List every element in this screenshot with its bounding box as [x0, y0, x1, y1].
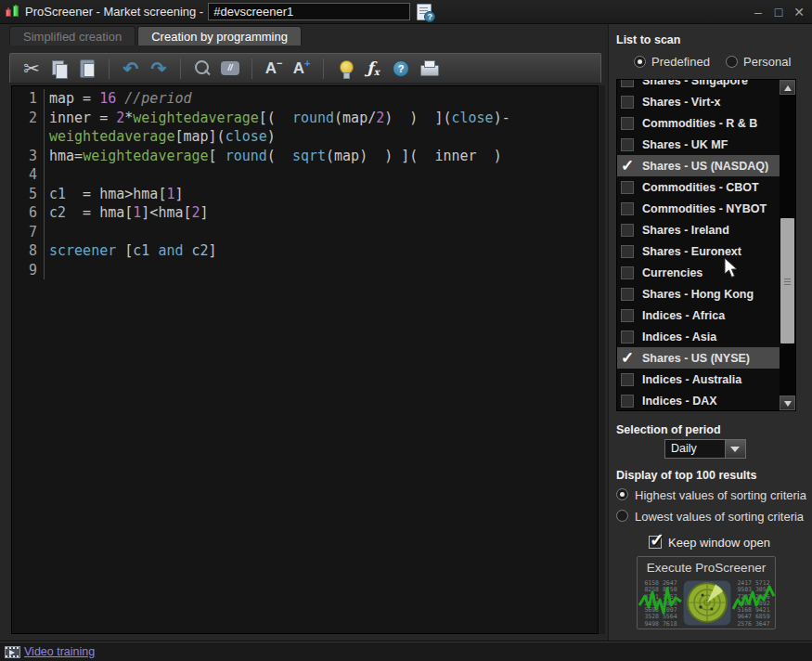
code-line: 4 — [12, 165, 598, 185]
paste-icon[interactable] — [75, 57, 99, 81]
code-line: 1map = 16 //period — [12, 89, 598, 109]
radar-icon — [682, 579, 732, 627]
checkbox-icon — [621, 181, 634, 194]
check-icon — [621, 352, 634, 365]
list-item[interactable]: Currencies — [617, 262, 780, 283]
checkbox-icon — [621, 395, 634, 408]
list-item[interactable]: Commodities - CBOT — [617, 176, 780, 198]
list-item[interactable]: Commodities - R & B — [617, 112, 780, 134]
undo-icon[interactable]: ↶ — [119, 57, 143, 81]
check-icon — [621, 160, 634, 173]
list-scrollbar[interactable] — [780, 80, 795, 410]
code-line: 9 — [12, 261, 598, 280]
tab-simplified-creation[interactable]: Simplified creation — [9, 26, 135, 45]
checkbox-icon — [621, 266, 634, 279]
help-icon[interactable]: ? — [389, 57, 413, 81]
checkbox-icon — [621, 373, 634, 386]
keep-window-open-label: Keep window open — [668, 536, 770, 550]
list-item[interactable]: Commodities - NYBOT — [617, 198, 780, 219]
execute-button-label: Execute ProScreener — [638, 561, 775, 575]
checkbox-icon — [621, 330, 634, 343]
list-item[interactable]: Indices - Africa — [617, 305, 780, 326]
scroll-up-button[interactable] — [780, 80, 795, 95]
hint-icon[interactable] — [333, 57, 357, 81]
checkbox-icon — [621, 138, 634, 151]
screener-settings-panel: List to scan PredefinedPersonal Shares -… — [608, 24, 812, 641]
copy-icon[interactable] — [47, 57, 71, 81]
cut-icon[interactable]: ✂ — [19, 57, 44, 81]
checkbox-icon — [621, 224, 634, 237]
scroll-down-button[interactable] — [780, 395, 795, 410]
radio-personal[interactable]: Personal — [726, 53, 791, 70]
scrollbar-thumb[interactable] — [780, 218, 794, 343]
radio-highest-values[interactable]: Highest values of sorting criteria — [616, 487, 812, 506]
status-bar: Video training — [0, 642, 812, 661]
list-item[interactable]: Shares - UK MF — [617, 134, 780, 155]
list-item[interactable]: Shares - US (NASDAQ) — [617, 155, 780, 176]
sparkline-right-icon — [731, 579, 776, 628]
toolbar-separator — [109, 58, 110, 79]
list-item[interactable]: Shares - Euronext — [617, 240, 780, 262]
list-source-options: PredefinedPersonal — [609, 50, 812, 69]
dropdown-arrow-icon[interactable] — [725, 440, 745, 458]
comment-icon[interactable]: // — [218, 57, 242, 81]
list-item[interactable]: Indices - DAX — [617, 390, 780, 411]
title-bar: ProScreener - Market screening - ? – □ ✕ — [0, 0, 812, 24]
execute-button-graphic: 6158 2647 8258 8750 4101 1057 2056 4068 … — [638, 579, 776, 628]
list-item[interactable]: Indices - Australia — [617, 369, 780, 390]
code-line: 2inner = 2*weightedaverage[( round(map/2… — [12, 109, 598, 128]
sparkline-left-icon — [638, 579, 683, 628]
code-line: 6c2 = hma[1]<hma[2] — [12, 203, 598, 223]
radio-lowest-values[interactable]: Lowest values of sorting criteria — [616, 509, 812, 527]
list-to-scan-title: List to scan — [616, 33, 680, 46]
functions-icon[interactable]: ƒx — [361, 57, 385, 81]
find-icon[interactable] — [190, 57, 214, 81]
list-item[interactable]: Shares - US (NYSE) — [617, 347, 780, 369]
candlestick-app-icon — [5, 4, 19, 19]
checkbox-icon — [621, 117, 634, 130]
window-title: ProScreener - Market screening - — [25, 5, 203, 19]
proscreener-window: ProScreener - Market screening - ? – □ ✕… — [0, 0, 812, 661]
editor-toolbar: ✂↶↷//A−A+ƒx? — [9, 53, 601, 84]
period-dropdown[interactable]: Daily — [664, 439, 746, 459]
display-title: Display of top 100 results — [616, 469, 756, 482]
code-line: 5c1 = hma>hma[1] — [12, 185, 598, 204]
period-value: Daily — [665, 440, 725, 458]
list-item[interactable]: Shares - Hong Kong — [617, 283, 780, 305]
print-icon[interactable] — [417, 57, 441, 81]
code-line: 3hma=weightedaverage[ round( sqrt(map) )… — [12, 147, 598, 166]
list-item[interactable]: Shares - Singapore — [617, 79, 780, 91]
minimize-button[interactable]: – — [751, 6, 766, 19]
code-line: weightedaverage[map](close) — [12, 127, 598, 147]
font-decrease-icon[interactable]: A− — [262, 57, 286, 81]
toolbar-separator — [251, 58, 252, 79]
tab-creation-by-programming[interactable]: Creation by programming — [137, 26, 302, 45]
toolbar-separator — [180, 58, 181, 79]
close-button[interactable]: ✕ — [792, 6, 806, 19]
code-line: 8screener [c1 and c2] — [12, 241, 598, 261]
code-editor[interactable]: 1map = 16 //period2inner = 2*weightedave… — [11, 85, 599, 634]
screener-name-input[interactable] — [208, 3, 410, 20]
code-help-icon[interactable]: ? — [417, 4, 432, 20]
list-item[interactable]: Shares - Virt-x — [617, 91, 780, 112]
checkbox-icon — [621, 79, 634, 87]
checkbox-icon — [621, 288, 634, 301]
tab-bar: Simplified creationCreation by programmi… — [9, 26, 302, 45]
checkbox-icon — [621, 245, 634, 258]
checkbox-icon — [621, 202, 634, 215]
list-item[interactable]: Shares - Ireland — [617, 219, 780, 240]
period-title: Selection of period — [616, 423, 721, 436]
checkbox-icon — [621, 96, 634, 109]
list-item[interactable]: Indices - Asia — [617, 326, 780, 347]
execute-proscreener-button[interactable]: Execute ProScreener 6158 2647 8258 8750 … — [637, 556, 776, 629]
editor-scrollbar[interactable] — [599, 85, 605, 634]
maximize-button[interactable]: □ — [771, 6, 786, 19]
video-training-link[interactable]: Video training — [24, 645, 95, 658]
checkbox-icon — [621, 309, 634, 322]
market-list[interactable]: Shares - SingaporeShares - Virt-xCommodi… — [616, 79, 796, 411]
font-increase-icon[interactable]: A+ — [290, 57, 314, 81]
code-lines: 1map = 16 //period2inner = 2*weightedave… — [12, 86, 598, 279]
radio-predefined[interactable]: Predefined — [634, 53, 710, 70]
toolbar-separator — [323, 58, 324, 79]
redo-icon[interactable]: ↷ — [147, 57, 171, 81]
